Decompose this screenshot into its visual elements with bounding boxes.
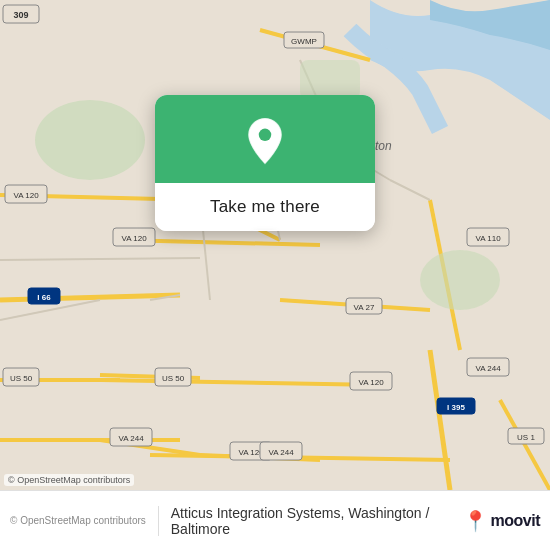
popup-arrow — [253, 230, 277, 231]
svg-point-26 — [420, 250, 500, 310]
svg-rect-27 — [300, 60, 360, 100]
svg-text:VA 244: VA 244 — [475, 364, 501, 373]
location-title: Atticus Integration Systems, Washington … — [171, 505, 455, 537]
footer-bar: © OpenStreetMap contributors Atticus Int… — [0, 490, 550, 550]
svg-text:VA 27: VA 27 — [354, 303, 375, 312]
svg-text:309: 309 — [13, 10, 28, 20]
svg-text:VA 120: VA 120 — [358, 378, 384, 387]
moovit-brand-text: moovit — [491, 512, 540, 530]
map-credit: © OpenStreetMap contributors — [4, 474, 134, 486]
svg-text:VA 120: VA 120 — [13, 191, 39, 200]
svg-text:US 50: US 50 — [162, 374, 185, 383]
map-container: 309 VA 120 VA 120 VA 120 VA 120 GWMP I 6… — [0, 0, 550, 490]
copyright-text: © OpenStreetMap contributors — [10, 515, 146, 526]
svg-text:I 66: I 66 — [37, 293, 51, 302]
footer-divider — [158, 506, 159, 536]
svg-point-61 — [259, 129, 271, 141]
take-me-there-button[interactable]: Take me there — [155, 183, 375, 231]
svg-text:GWMP: GWMP — [291, 37, 317, 46]
svg-text:VA 120: VA 120 — [121, 234, 147, 243]
svg-point-25 — [35, 100, 145, 180]
popup-card: Take me there — [155, 95, 375, 231]
svg-text:US 1: US 1 — [517, 433, 535, 442]
svg-text:US 50: US 50 — [10, 374, 33, 383]
location-pin-icon — [241, 117, 289, 165]
moovit-pin-icon: 📍 — [463, 511, 488, 531]
svg-text:VA 110: VA 110 — [475, 234, 501, 243]
popup-icon-area — [155, 95, 375, 183]
map-background: 309 VA 120 VA 120 VA 120 VA 120 GWMP I 6… — [0, 0, 550, 490]
svg-text:I 395: I 395 — [447, 403, 465, 412]
svg-text:VA 244: VA 244 — [118, 434, 144, 443]
svg-text:ton: ton — [375, 139, 392, 153]
svg-text:VA 244: VA 244 — [268, 448, 294, 457]
moovit-logo: 📍 moovit — [463, 511, 540, 531]
